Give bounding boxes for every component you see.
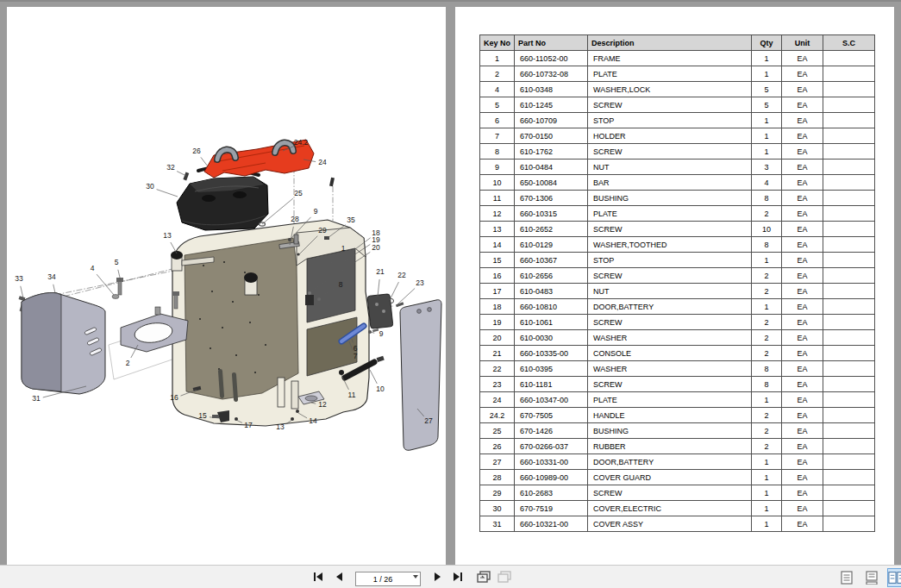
table-cell: 19	[480, 315, 515, 330]
callout-number: 30	[146, 182, 154, 191]
table-cell: EA	[782, 330, 823, 346]
table-cell: 22	[480, 361, 515, 377]
table-cell: 1	[752, 516, 782, 532]
table-cell: 5	[752, 97, 782, 113]
callout-leader	[378, 279, 379, 297]
table-cell: 1	[752, 454, 782, 470]
table-cell: 3	[752, 160, 782, 175]
callout-number: 32	[166, 163, 175, 172]
table-row: 10650-10084BAR4EA	[480, 175, 875, 191]
table-cell: EA	[782, 160, 823, 175]
table-cell: 2	[752, 268, 782, 284]
table-cell: 660-10347-00	[515, 392, 588, 408]
callout-number: 29	[318, 226, 327, 235]
table-cell: 1	[752, 470, 782, 485]
callout-number: 11	[348, 391, 356, 399]
table-cell: EA	[782, 346, 823, 361]
table-cell: SCREW	[588, 485, 752, 501]
table-cell: EA	[782, 113, 823, 128]
table-cell	[823, 501, 875, 516]
table-cell	[823, 516, 875, 532]
table-cell: 2	[752, 206, 782, 222]
table-cell: EA	[782, 408, 823, 423]
table-cell: 660-10709	[515, 113, 588, 128]
table-cell: 610-1061	[515, 315, 588, 330]
callout-leader	[370, 370, 377, 384]
table-cell: EA	[782, 144, 823, 160]
table-cell: 610-0395	[515, 361, 588, 377]
page-layout-controls	[837, 567, 901, 588]
table-cell: 1	[752, 66, 782, 82]
table-row: 17610-0483NUT2EA	[480, 284, 875, 299]
table-row: 29610-2683SCREW1EA	[480, 485, 875, 501]
table-cell: 660-10315	[515, 206, 588, 222]
table-cell: 9	[480, 160, 515, 175]
table-row: 6660-10709STOP1EA	[480, 113, 875, 128]
callout-number: 35	[347, 216, 355, 224]
table-cell: 610-0348	[515, 82, 588, 97]
table-cell: EA	[782, 237, 823, 253]
previous-page-button[interactable]	[331, 569, 347, 585]
next-page-icon	[434, 572, 441, 581]
first-page-button[interactable]	[310, 569, 326, 585]
table-row: 4610-0348WASHER,LOCK5EA	[480, 82, 875, 97]
table-row: 16610-2656SCREW2EA	[480, 268, 875, 284]
table-cell: EA	[782, 253, 823, 268]
table-cell: 20	[480, 330, 515, 346]
callout-number: 8	[339, 280, 343, 289]
table-cell: EA	[782, 470, 823, 485]
table-cell: HOLDER	[588, 128, 752, 144]
table-cell: 610-1181	[515, 377, 588, 392]
table-cell: 14	[480, 237, 515, 253]
table-cell: 16	[480, 268, 515, 284]
table-row: 31660-10321-00COVER ASSY1EA	[480, 516, 875, 532]
single-page-view-button[interactable]	[837, 568, 856, 587]
next-view-button[interactable]	[497, 569, 512, 585]
table-cell	[823, 315, 875, 330]
table-cell: 12	[480, 206, 515, 222]
previous-view-button[interactable]	[476, 569, 491, 585]
callout-number: 7	[354, 352, 358, 360]
callout-leader	[201, 157, 208, 166]
table-cell: 610-0129	[515, 237, 588, 253]
table-cell: 2	[752, 284, 782, 299]
table-row: 28660-10989-00COVER GUARD1EA	[480, 470, 875, 485]
table-row: 23610-1181SCREW8EA	[480, 377, 875, 392]
electric-cover-part	[177, 177, 268, 230]
table-cell: STOP	[588, 113, 752, 128]
table-cell: DOOR,BATTERY	[588, 454, 752, 470]
table-row: 9610-0484NUT3EA	[480, 160, 875, 175]
two-page-view-button[interactable]	[887, 568, 901, 587]
table-cell	[823, 299, 875, 315]
table-cell	[823, 361, 875, 377]
table-row: 21660-10335-00CONSOLE2EA	[480, 346, 875, 361]
table-cell: 660-10732-08	[515, 66, 588, 82]
last-page-button[interactable]	[450, 569, 466, 585]
page-number-input[interactable]	[355, 572, 421, 586]
callout-number: 23	[416, 278, 424, 287]
table-cell: 1	[752, 144, 782, 160]
table-cell: 8	[752, 377, 782, 392]
table-cell	[823, 175, 875, 191]
table-cell: EA	[782, 206, 823, 222]
table-cell: 670-7505	[515, 408, 588, 423]
table-cell: EA	[782, 51, 823, 66]
console-part	[367, 294, 404, 329]
next-page-button[interactable]	[429, 569, 445, 585]
table-cell: SCREW	[588, 222, 752, 237]
continuous-view-button[interactable]	[862, 568, 881, 587]
callout-number: 24	[318, 158, 327, 166]
table-cell: 2	[752, 346, 782, 361]
table-cell: 29	[480, 485, 515, 501]
callout-number: 22	[397, 271, 406, 279]
table-cell: EA	[782, 439, 823, 454]
table-row: 2660-10732-08PLATE1EA	[480, 66, 875, 82]
table-cell: RUBBER	[588, 439, 752, 454]
table-cell: EA	[782, 361, 823, 377]
table-cell: 24.2	[480, 408, 515, 423]
page-navigation	[310, 566, 512, 588]
continuous-view-icon	[866, 571, 878, 585]
table-cell: EA	[782, 392, 823, 408]
table-cell: BUSHING	[588, 191, 752, 206]
table-cell: 1	[752, 299, 782, 315]
